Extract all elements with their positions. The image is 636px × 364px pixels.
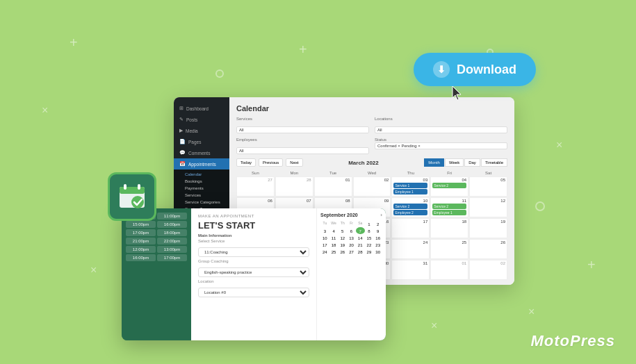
mc-d-15[interactable]: 15 <box>365 234 374 241</box>
mc-d-9[interactable]: 9 <box>373 227 382 234</box>
time-row-3: 17:00pm 18:00pm <box>126 229 187 236</box>
time-slot-2b[interactable]: 16:00pm <box>157 221 187 228</box>
previous-button[interactable]: Previous <box>259 158 283 167</box>
cal-cell-w2d4[interactable]: 10 Service 2 Employee 2 <box>391 197 430 217</box>
sidebar-item-appointments[interactable]: 📅 Appointments <box>174 158 229 169</box>
mc-d-23[interactable]: 23 <box>373 241 382 248</box>
time-slot-4a[interactable]: 21:00pm <box>126 238 156 245</box>
mc-d-12[interactable]: 12 <box>338 234 347 241</box>
employees-select[interactable]: All <box>236 147 369 154</box>
mc-d-25[interactable]: 25 <box>329 248 339 255</box>
time-slot-3a[interactable]: 17:00pm <box>126 229 156 236</box>
cal-cell-w5d6[interactable]: 02 <box>469 260 507 280</box>
mc-d-10[interactable]: 10 <box>320 234 329 241</box>
time-slot-1b[interactable]: 11:00pm <box>157 213 187 220</box>
event-employee1b: Employee 1 <box>432 210 466 215</box>
download-button[interactable]: ⬇ Download <box>414 53 536 86</box>
sidebar-label-appointments: Appointments <box>188 162 216 167</box>
submenu-services[interactable]: Services <box>174 192 229 199</box>
mc-d-19[interactable]: 19 <box>338 241 347 248</box>
svg-rect-3 <box>138 184 140 190</box>
coaching-field-label: Group Coaching <box>198 259 309 263</box>
time-slot-6a[interactable]: 16:00pm <box>126 254 156 261</box>
sidebar-item-posts[interactable]: ✎ Posts <box>174 114 229 125</box>
mc-d-29[interactable]: 29 <box>365 248 374 255</box>
mc-d-2[interactable]: 2 <box>373 220 382 227</box>
sidebar-item-comments[interactable]: 💬 Comments <box>174 147 229 158</box>
submenu-calendar[interactable]: Calendar <box>174 171 229 178</box>
mc-d-11[interactable]: 11 <box>329 234 339 241</box>
mc-d-28[interactable]: 28 <box>356 248 365 255</box>
coaching-select[interactable]: English-speaking practice <box>198 267 309 277</box>
view-day[interactable]: Day <box>464 158 480 167</box>
cal-cell-w3d5[interactable]: 18 <box>430 218 468 238</box>
status-value[interactable]: Confirmed × Pending × <box>375 142 507 149</box>
view-week[interactable]: Week <box>445 158 464 167</box>
comments-icon: 💬 <box>179 150 186 156</box>
cal-cell-w4d4[interactable]: 24 <box>391 239 430 259</box>
services-select[interactable]: All <box>236 126 369 133</box>
time-slot-6b[interactable]: 17:00pm <box>157 254 187 261</box>
mc-d-1[interactable]: 1 <box>365 220 374 227</box>
sidebar-item-dashboard[interactable]: ⊞ Dashboard <box>174 103 229 114</box>
time-slot-5a[interactable]: 12:00pm <box>126 246 156 253</box>
cal-cell-w1d5[interactable]: 04 Service 2 <box>430 176 468 197</box>
cal-cell-w2d5[interactable]: 11 Service 2 Employee 1 <box>430 197 468 217</box>
view-timetable[interactable]: Timetable <box>481 158 507 167</box>
cal-cell-w5d4[interactable]: 31 <box>391 260 430 280</box>
svg-rect-2 <box>124 184 127 190</box>
event-employee1: Employee 1 <box>393 189 427 195</box>
service-select[interactable]: 11:Coaching <box>198 247 309 257</box>
cal-cell-w1d6[interactable]: 05 <box>469 176 507 197</box>
mc-d-7[interactable]: 7 <box>356 227 365 234</box>
submenu-bookings[interactable]: Bookings <box>174 178 229 185</box>
mc-d-18[interactable]: 18 <box>329 241 339 248</box>
location-select[interactable]: Location #0 <box>198 288 309 297</box>
cal-cell-w1d4[interactable]: 03 Service 1 Employee 1 <box>391 176 430 197</box>
submenu-payments[interactable]: Payments <box>174 185 229 192</box>
time-slot-5b[interactable]: 13:00pm <box>157 246 187 253</box>
cal-cell-w1d2[interactable]: 01 <box>314 176 352 197</box>
cal-cell-w3d6[interactable]: 19 <box>469 218 507 238</box>
mc-d-30[interactable]: 30 <box>373 248 382 255</box>
cal-cell-w4d5[interactable]: 25 <box>430 239 468 259</box>
mc-d-16[interactable]: 16 <box>373 234 382 241</box>
mc-d-24[interactable]: 24 <box>320 248 329 255</box>
mc-d-3[interactable]: 3 <box>320 227 329 234</box>
mc-d-6[interactable]: 6 <box>347 227 356 234</box>
time-slot-2a[interactable]: 15:00pm <box>126 221 156 228</box>
mc-d-26[interactable]: 26 <box>338 248 347 255</box>
mc-h-th: Th <box>338 220 347 227</box>
mc-d-22[interactable]: 22 <box>365 241 374 248</box>
calendar-icon <box>118 183 146 210</box>
mc-d-17[interactable]: 17 <box>320 241 329 248</box>
today-button[interactable]: Today <box>236 158 256 167</box>
cal-cell-w4d6[interactable]: 26 <box>469 239 507 259</box>
mc-d-21[interactable]: 21 <box>356 241 365 248</box>
mc-d-14[interactable]: 14 <box>356 234 365 241</box>
sidebar-item-pages[interactable]: 📄 Pages <box>174 136 229 147</box>
cal-cell-w3d4[interactable]: 17 <box>391 218 430 238</box>
submenu-service-categories[interactable]: Service Categories <box>174 199 229 206</box>
mc-d-5[interactable]: 5 <box>338 227 347 234</box>
mc-d-8[interactable]: 8 <box>365 227 374 234</box>
mc-d-27[interactable]: 27 <box>347 248 356 255</box>
sidebar-label-media: Media <box>186 129 198 133</box>
time-slot-3b[interactable]: 18:00pm <box>157 229 187 236</box>
deco-x-3: × <box>431 320 437 332</box>
next-button[interactable]: Next <box>286 158 302 167</box>
cal-cell-w1d1[interactable]: 28 <box>275 176 313 197</box>
cal-cell-w1d0[interactable]: 27 <box>236 176 275 197</box>
cal-cell-w5d5[interactable]: 01 <box>430 260 468 280</box>
calendar-icon-box <box>108 172 156 221</box>
mc-d-13[interactable]: 13 <box>347 234 356 241</box>
time-slot-4b[interactable]: 22:00pm <box>157 238 187 245</box>
sidebar-item-media[interactable]: ▶ Media <box>174 125 229 136</box>
mc-d-20[interactable]: 20 <box>347 241 356 248</box>
mc-d-4[interactable]: 4 <box>329 227 339 234</box>
locations-select[interactable]: All <box>375 126 507 133</box>
mini-cal-next[interactable]: › <box>380 212 382 218</box>
cal-cell-w1d3[interactable]: 02 <box>353 176 391 197</box>
cal-cell-w2d6[interactable]: 12 <box>469 197 507 217</box>
view-month[interactable]: Month <box>424 158 444 167</box>
